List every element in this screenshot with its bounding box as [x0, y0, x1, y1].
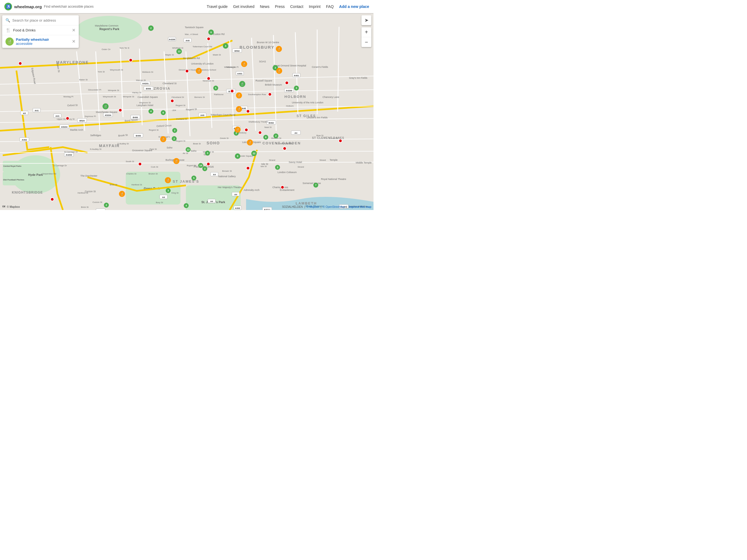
map-container[interactable]: Hyde Park Green Park St. James's Park Ol… — [0, 13, 374, 210]
cluster-2b[interactable]: 2 — [172, 128, 177, 133]
svg-text:Malet St: Malet St — [213, 54, 221, 56]
tube-holborn[interactable] — [285, 81, 289, 85]
food-marker-10[interactable]: 🍴 — [173, 158, 179, 164]
logo-icon: ♿ — [4, 3, 12, 10]
openstreetmap-link[interactable]: © OpenStreetMap — [323, 205, 345, 208]
tube-bond-street[interactable] — [119, 108, 122, 112]
tube-embankment[interactable] — [281, 185, 284, 189]
cluster-2[interactable]: 2 — [148, 25, 154, 31]
cluster-8[interactable]: 8 — [263, 135, 268, 140]
svg-text:Temple: Temple — [330, 159, 337, 161]
tube-tottenham-court-road[interactable] — [246, 109, 250, 113]
cluster-3g[interactable]: 3 — [166, 188, 171, 193]
food-marker-7[interactable]: 🍴 — [235, 127, 241, 133]
svg-text:A5204: A5204 — [105, 114, 111, 117]
cluster-3e[interactable]: 3 — [275, 165, 280, 170]
food-marker-4[interactable]: 🍴 — [196, 68, 202, 74]
svg-text:Marylebone Common: Marylebone Common — [95, 24, 119, 27]
tube-euston-square[interactable] — [207, 37, 210, 41]
food-filter-close-button[interactable]: ✕ — [72, 28, 75, 32]
svg-text:Regent St: Regent St — [176, 140, 185, 142]
food-marker-1[interactable]: 🍴 — [276, 46, 282, 52]
svg-text:A4200: A4200 — [169, 38, 175, 41]
svg-text:Cork St: Cork St — [151, 166, 158, 168]
food-marker-2[interactable]: 🍴 — [276, 68, 282, 74]
food-marker-15-green[interactable]: 🍴 — [103, 103, 108, 109]
nav-travel-guide[interactable]: Travel guide — [207, 4, 228, 9]
food-marker-6[interactable]: 🍴 — [236, 106, 242, 112]
cluster-5[interactable]: 5 — [213, 85, 218, 91]
svg-text:Montag Pl: Montag Pl — [63, 96, 73, 98]
improve-map-link[interactable]: Improve this map — [349, 205, 371, 208]
food-marker-5[interactable]: 🍴 — [236, 93, 242, 98]
tube-covent-garden2[interactable] — [283, 147, 287, 150]
food-marker-11[interactable]: 🍴 — [165, 177, 171, 183]
svg-text:Cavendish Square: Cavendish Square — [137, 96, 158, 98]
cluster-8b[interactable]: 8 — [235, 153, 240, 159]
tube-charing-cross[interactable] — [246, 166, 250, 170]
tube-oxford-circus[interactable] — [170, 99, 174, 103]
svg-text:Regent's Park: Regent's Park — [100, 27, 120, 31]
nav-contact[interactable]: Contact — [290, 4, 303, 9]
svg-text:A5: A5 — [23, 112, 26, 114]
cluster-14[interactable]: 14 — [198, 163, 203, 168]
cluster-2e[interactable]: 2 — [274, 133, 278, 138]
svg-text:Selfridges: Selfridges — [90, 134, 101, 137]
nav-news[interactable]: News — [260, 4, 269, 9]
tube-great-portland-st[interactable] — [185, 69, 189, 73]
tube-covent-garden[interactable] — [258, 131, 262, 134]
tube-russell-square[interactable] — [268, 93, 272, 96]
tube-edgware-road[interactable] — [18, 61, 22, 65]
cluster-6b[interactable]: 6 — [161, 110, 166, 115]
food-marker-9[interactable]: 🍴 — [247, 139, 253, 146]
accessibility-filter-close-button[interactable]: ✕ — [72, 40, 75, 44]
tube-knightsbridge[interactable] — [50, 198, 54, 201]
logo-name: wheelmap.org — [14, 4, 42, 9]
svg-text:B506: B506 — [146, 87, 151, 90]
cluster-22[interactable]: 22 — [251, 151, 257, 156]
tube-warren-street[interactable] — [207, 77, 210, 80]
nav-faq[interactable]: FAQ — [326, 4, 334, 9]
tube-piccadilly-circus[interactable] — [206, 162, 210, 166]
tube-leicester-square[interactable] — [244, 128, 248, 132]
svg-text:Hyde Park: Hyde Park — [28, 173, 43, 176]
svg-text:University of the Arts London: University of the Arts London — [292, 101, 323, 104]
zoom-out-button[interactable]: − — [361, 37, 371, 47]
tube-temple[interactable] — [338, 139, 342, 143]
zoom-in-button[interactable]: + — [361, 27, 371, 37]
cluster-13b[interactable]: 13 — [186, 147, 190, 152]
svg-text:London Coliseum: London Coliseum — [278, 171, 297, 174]
food-marker-8[interactable]: 🍴 — [160, 136, 166, 142]
tube-regents-park[interactable] — [129, 58, 133, 62]
food-marker-3[interactable]: 🍴 — [241, 61, 247, 67]
food-marker-14-green[interactable]: 🍴 — [239, 81, 245, 87]
nav-get-involved[interactable]: Get involved — [233, 4, 255, 9]
cluster-13[interactable]: 13 — [176, 49, 182, 54]
cluster-2c[interactable]: 2 — [172, 136, 177, 141]
cluster-5b[interactable]: 5 — [191, 176, 196, 180]
accessibility-filter-icon: 🍴 — [5, 37, 14, 46]
cluster-3f[interactable]: 3 — [202, 166, 207, 171]
search-input[interactable] — [12, 18, 75, 22]
svg-text:Gray's Inn Fields: Gray's Inn Fields — [349, 77, 367, 79]
cluster-4[interactable]: 4 — [149, 109, 153, 114]
cluster-3[interactable]: 3 — [223, 43, 228, 49]
location-button[interactable]: ➤ — [361, 15, 371, 25]
tube-marble-arch[interactable] — [66, 117, 70, 120]
svg-text:A40: A40 — [200, 114, 205, 117]
nav-imprint[interactable]: Imprint — [309, 4, 320, 9]
svg-text:Coram's Fields: Coram's Fields — [312, 66, 328, 68]
food-marker-12[interactable]: 🍴 — [119, 191, 125, 197]
cluster-3d[interactable]: 3 — [205, 151, 210, 156]
food-filter-label: Food & Drinks — [13, 28, 70, 32]
cluster-7[interactable]: 7 — [313, 183, 318, 187]
tube-green-park[interactable] — [138, 162, 142, 166]
svg-text:Savoy Hotel: Savoy Hotel — [289, 161, 302, 163]
mapbox-link[interactable]: © Mapbox — [307, 205, 319, 208]
cluster-6[interactable]: 6 — [208, 29, 214, 35]
cluster-3c[interactable]: 3 — [294, 85, 299, 91]
nav-press[interactable]: Press — [275, 4, 285, 9]
svg-text:Lincoln's Inn Fields: Lincoln's Inn Fields — [307, 116, 328, 119]
tube-goodge-street[interactable] — [230, 89, 234, 93]
nav-add-place[interactable]: Add a new place — [339, 4, 369, 9]
